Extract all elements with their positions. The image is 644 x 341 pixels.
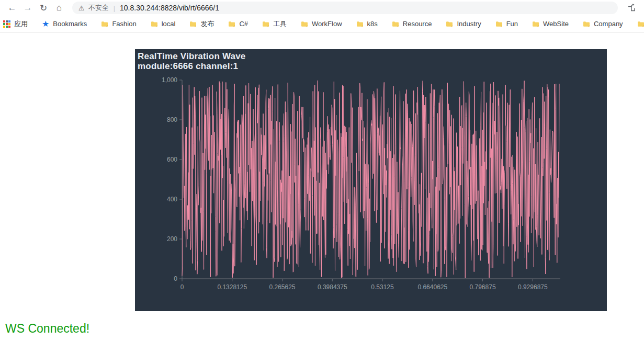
bookmark-label: C# [239, 20, 248, 28]
home-icon[interactable]: ⌂ [52, 1, 66, 15]
bookmark-item[interactable]: k8s [356, 20, 378, 28]
bookmark-item[interactable]: C# [228, 20, 248, 28]
bookmark-item[interactable]: 发布 [189, 19, 214, 29]
x-tick-label: 0.3984375 [318, 283, 347, 291]
folder-icon [228, 20, 235, 27]
bookmark-label: Resource [403, 20, 432, 28]
x-tick-label: 0 [180, 283, 184, 291]
x-tick-label: 0.796875 [470, 283, 496, 291]
folder-icon [356, 20, 364, 27]
address-bar[interactable]: ⚠ 不安全 | 10.8.30.244:8828/vib/rt/6666/1 [72, 2, 618, 14]
bookmark-label: 工具 [273, 19, 287, 29]
y-tick-label: 200 [167, 235, 177, 243]
folder-icon [189, 20, 197, 27]
folder-icon [262, 20, 269, 27]
forward-icon[interactable]: → [21, 1, 35, 15]
bookmark-label: k8s [367, 20, 378, 28]
ws-status-text: WS Connected! [5, 322, 89, 336]
x-tick-label: 0.53125 [371, 283, 394, 291]
reload-icon[interactable]: ↻ [37, 1, 50, 15]
folder-icon [532, 20, 539, 27]
bookmark-item[interactable]: ★Bookmarks [42, 20, 87, 28]
back-icon[interactable]: ← [5, 1, 19, 15]
folder-icon [392, 20, 399, 27]
bookmark-label: 发布 [200, 19, 214, 29]
apps-menu[interactable]: 应用 [3, 19, 28, 29]
bookmark-label: Company [594, 20, 623, 28]
folder-icon [101, 20, 108, 27]
bookmark-item[interactable]: DataBase [637, 20, 644, 28]
bookmark-item[interactable]: local [151, 20, 176, 28]
vibration-chart: 02004006008001,00000.13281250.2656250.39… [135, 49, 607, 311]
vibration-chart-panel: RealTime Vibration Wave module:6666 chan… [135, 49, 607, 311]
x-tick-label: 0.9296875 [518, 283, 548, 291]
y-tick-label: 1,000 [162, 76, 177, 84]
y-tick-label: 400 [167, 196, 177, 203]
folder-icon [637, 20, 644, 27]
bookmark-label: WorkFlow [312, 20, 342, 28]
x-tick-label: 0.265625 [269, 283, 295, 291]
bookmark-item[interactable]: 工具 [262, 19, 287, 29]
browser-toolbar: ← → ↻ ⌂ ⚠ 不安全 | 10.8.30.244:8828/vib/rt/… [0, 0, 644, 16]
x-tick-label: 0.6640625 [417, 283, 447, 291]
folder-icon [495, 20, 503, 27]
y-tick-label: 0 [174, 275, 177, 282]
bookmarks-bar: 应用 ★BookmarksFashionlocal发布C#工具WorkFlowk… [0, 16, 644, 32]
chart-title: RealTime Vibration Wave [138, 51, 245, 61]
url-text[interactable]: 10.8.30.244:8828/vib/rt/6666/1 [120, 4, 219, 12]
chart-title-block: RealTime Vibration Wave module:6666 chan… [138, 51, 245, 71]
bookmark-item[interactable]: Company [583, 20, 623, 28]
bookmark-label: Fashion [112, 20, 136, 28]
bookmark-item[interactable]: Resource [392, 20, 432, 28]
star-icon: ★ [42, 20, 49, 28]
chart-subtitle: module:6666 channel:1 [138, 61, 245, 71]
bookmark-item[interactable]: Fashion [101, 20, 136, 28]
bookmark-label: Fun [506, 20, 518, 28]
url-separator: | [112, 4, 116, 12]
security-warning-icon[interactable]: ⚠ [78, 5, 85, 12]
bookmark-label: WebSite [543, 20, 569, 28]
bookmark-item[interactable]: Fun [495, 20, 518, 28]
bookmark-label: Bookmarks [53, 20, 87, 28]
vibration-waveform [182, 81, 559, 278]
apps-label: 应用 [14, 19, 28, 29]
bookmark-label: Industry [457, 20, 481, 28]
share-icon[interactable] [624, 1, 639, 15]
security-label: 不安全 [88, 3, 109, 13]
folder-icon [151, 20, 158, 27]
bookmark-label: local [162, 20, 176, 28]
x-tick-label: 0.1328125 [217, 283, 247, 291]
y-tick-label: 800 [167, 116, 177, 123]
y-tick-label: 600 [167, 156, 177, 163]
folder-icon [301, 20, 308, 27]
folder-icon [583, 20, 590, 27]
bookmark-item[interactable]: WorkFlow [301, 20, 342, 28]
folder-icon [446, 20, 453, 27]
apps-grid-icon [3, 20, 10, 28]
bookmark-item[interactable]: WebSite [532, 20, 569, 28]
share-icon-glyph [627, 3, 636, 13]
bookmark-item[interactable]: Industry [446, 20, 481, 28]
